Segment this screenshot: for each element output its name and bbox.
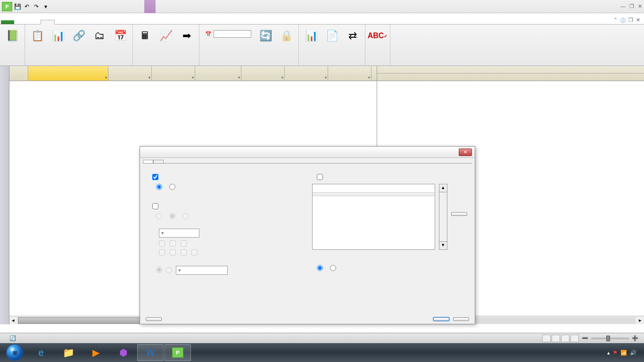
subproject-button[interactable]: 📗 (3, 27, 22, 45)
show-interval-lines-checkbox[interactable] (152, 203, 158, 209)
col-name[interactable]: ▾ (28, 66, 108, 81)
save-icon[interactable]: 💾 (13, 2, 22, 11)
list-scroll-down[interactable]: ▾ (439, 241, 447, 250)
chk-wed (181, 240, 187, 247)
zoom-out-icon[interactable]: ➖ (580, 335, 590, 341)
set-baseline-button[interactable]: 📈 (157, 27, 175, 45)
taskbar-media[interactable]: ▶ (83, 344, 109, 361)
tab-resource[interactable] (27, 20, 41, 24)
custom-fields-button[interactable]: 📊 (49, 27, 67, 45)
dates-listbox[interactable] (312, 184, 435, 250)
refresh-icon[interactable]: 🔄 (9, 335, 16, 341)
tab-format[interactable] (111, 20, 124, 24)
col-pct-complete[interactable]: ▾ (195, 66, 241, 81)
delete-button (451, 212, 467, 216)
update-project-button[interactable]: 🔄 (256, 27, 275, 45)
help-button[interactable] (146, 317, 162, 321)
start-button[interactable]: ⊞ (2, 344, 27, 361)
calculate-project-button[interactable]: 🖩 (136, 27, 155, 45)
radio-actual-plan[interactable] (317, 265, 323, 271)
tray-expand-icon[interactable]: ▴ (607, 350, 610, 356)
window-controls: — ❐ ✕ (620, 3, 642, 9)
radio-weekly (169, 213, 175, 219)
dialog-titlebar[interactable]: ✕ (140, 147, 475, 158)
start-date-combo: ▾ (176, 266, 228, 275)
radio-status-date[interactable] (156, 184, 162, 190)
col-actual-dur[interactable]: ▾ (285, 66, 328, 81)
tab-view[interactable] (55, 20, 68, 24)
show-current-checkbox[interactable] (152, 174, 158, 180)
chk-tue (170, 240, 176, 247)
status-date-field[interactable] (214, 30, 251, 38)
show-selected-checkbox[interactable] (317, 174, 323, 180)
visual-reports-button[interactable]: 📊 (302, 27, 321, 45)
taskbar-word[interactable]: W (137, 344, 164, 361)
qat-dropdown-icon[interactable]: ▾ (41, 2, 50, 11)
radio-custom-start (166, 267, 172, 273)
chk-mon (159, 240, 165, 247)
quick-access-toolbar: P 💾 ↶ ↷ ▾ (2, 2, 50, 11)
move-project-button[interactable]: ➡ (177, 27, 196, 45)
ribbon: 📗 📋 📊 🔗 🗂 📅 🖩 📈 ➡ 📅 🔄 🔒 (0, 25, 644, 66)
zoom-in-icon[interactable]: ➕ (630, 335, 640, 341)
cancel-button[interactable] (453, 317, 469, 321)
radio-project-start (156, 267, 162, 273)
title-bar: P 💾 ↶ ↷ ▾ — ❐ ✕ (0, 0, 644, 13)
project-info-button[interactable]: 📋 (28, 27, 47, 45)
close-icon[interactable]: ✕ (638, 3, 642, 9)
tab-dates-intervals[interactable] (143, 160, 153, 163)
project-links-button[interactable]: 🔗 (69, 27, 88, 45)
view-usage-button[interactable] (552, 335, 560, 342)
zoom-slider[interactable] (606, 336, 610, 341)
change-working-time-button[interactable]: 📅 (111, 27, 130, 45)
ok-button[interactable] (433, 317, 449, 321)
radio-monthly (182, 213, 189, 219)
minimize-icon[interactable]: — (620, 3, 626, 9)
taskbar-ie[interactable]: e (28, 344, 54, 361)
listbox-header (313, 193, 435, 196)
doc-close-icon[interactable]: ✕ (636, 17, 640, 24)
col-phys-pct[interactable]: ▾ (241, 66, 285, 81)
col-rownum[interactable] (9, 66, 28, 81)
taskbar-explorer[interactable]: 📁 (55, 344, 82, 361)
taskbar-project[interactable]: P (165, 344, 191, 361)
app-icon[interactable]: P (2, 2, 12, 11)
gantt-timescale (377, 66, 644, 81)
chk-sat (181, 249, 187, 255)
doc-restore-icon[interactable]: ❐ (628, 17, 633, 24)
view-sidebar[interactable] (0, 66, 9, 324)
ribbon-minimize-icon[interactable]: ⌃ (613, 17, 618, 24)
tray-flag-icon[interactable]: ⚑ (613, 350, 618, 356)
tab-task[interactable] (14, 20, 27, 24)
col-actual-finish[interactable]: ▾ (152, 66, 195, 81)
tab-project[interactable] (41, 20, 55, 25)
col-actual-start[interactable]: ▾ (108, 66, 152, 81)
tray-volume-icon[interactable]: 🔊 (630, 350, 636, 356)
view-resource-button[interactable] (570, 335, 579, 342)
dialog-close-button[interactable]: ✕ (459, 148, 472, 156)
help-icon[interactable]: ⓘ (620, 17, 626, 24)
progress-lines-dialog: ✕ ▾ (140, 146, 475, 324)
radio-current-date[interactable] (169, 184, 175, 190)
redo-icon[interactable]: ↷ (32, 2, 41, 11)
tray-network-icon[interactable]: 📶 (620, 350, 627, 356)
taskbar-app1[interactable]: ⬢ (110, 344, 136, 361)
tab-file[interactable] (1, 20, 14, 24)
every-combo: ▾ (159, 229, 199, 238)
grid-header: ▾ ▾ ▾ ▾ ▾ ▾ ▾ (9, 66, 377, 81)
view-gantt-button[interactable] (542, 335, 551, 342)
restore-icon[interactable]: ❐ (629, 3, 634, 9)
wbs-button[interactable]: 🗂 (90, 27, 109, 45)
sync-actuals-button: 🔒 (277, 27, 296, 45)
spelling-button[interactable]: ABC✓ (368, 27, 387, 45)
list-scroll-up[interactable]: ▴ (439, 184, 447, 192)
radio-baseline-plan[interactable] (330, 265, 336, 271)
tab-line-styles[interactable] (153, 160, 164, 163)
view-team-button[interactable] (561, 335, 570, 342)
compare-projects-button[interactable]: ⇄ (343, 27, 362, 45)
undo-icon[interactable]: ↶ (23, 2, 31, 11)
chk-fri (170, 249, 176, 255)
reports-button[interactable]: 📄 (322, 27, 341, 45)
chk-sun (191, 249, 198, 255)
col-rem-dur[interactable]: ▾ (328, 66, 372, 81)
